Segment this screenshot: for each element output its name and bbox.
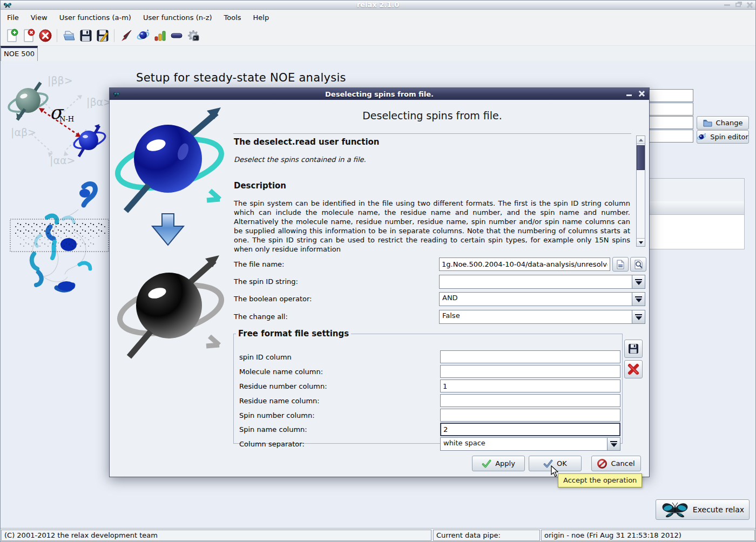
menu-user-functions-nz[interactable]: User functions (n-z) xyxy=(137,10,218,26)
apply-button[interactable]: Apply xyxy=(472,456,525,471)
residue-name-column-input[interactable] xyxy=(440,394,620,407)
apply-button-label: Apply xyxy=(495,459,515,468)
description-scrollbar[interactable] xyxy=(636,136,645,247)
folder-icon xyxy=(703,119,712,127)
butterfly-icon xyxy=(661,502,689,518)
molecule-name-column-label: Molecule name column: xyxy=(239,365,323,378)
function-title: The deselect.read user function xyxy=(234,137,380,147)
level-aa-label: |αα> xyxy=(50,154,75,167)
divider xyxy=(233,133,631,134)
spin-id-dropdown-icon[interactable] xyxy=(632,275,645,288)
file-name-input[interactable] xyxy=(439,258,610,271)
boolean-operator-value: AND xyxy=(440,293,632,306)
boolean-operator-label: The boolean operator: xyxy=(234,292,312,306)
column-separator-combo[interactable]: white space xyxy=(440,437,620,451)
dialog-minimize-icon[interactable] xyxy=(626,94,632,96)
column-separator-dropdown-icon[interactable] xyxy=(607,438,620,450)
free-format-save-button[interactable] xyxy=(624,340,643,358)
dialog-titlebar[interactable]: Deselecting spins from file. xyxy=(110,88,649,100)
window-titlebar[interactable]: relax 2.1.0 xyxy=(0,0,756,10)
protein-structure-image xyxy=(3,177,119,301)
tab-noe-500[interactable]: NOE 500 xyxy=(1,46,38,61)
scrollbar-thumb[interactable] xyxy=(637,145,645,170)
residue-number-column-input[interactable] xyxy=(440,380,620,392)
close-analysis-icon[interactable] xyxy=(20,28,37,44)
level-ba-label: |βα> xyxy=(86,96,112,109)
exit-icon[interactable] xyxy=(37,28,53,44)
spin-viewer-icon[interactable] xyxy=(134,28,151,44)
noe-energy-diagram: |ββ> |βα> |αβ> |αα> σ N-H xyxy=(0,65,127,175)
minimize-icon[interactable] xyxy=(724,4,730,6)
relax-mode-icon[interactable] xyxy=(118,28,134,44)
pipe-editor-icon[interactable] xyxy=(168,28,185,44)
change-all-combo[interactable]: False xyxy=(439,310,645,324)
execute-relax-label: Execute relax xyxy=(693,505,744,514)
file-preview-button[interactable] xyxy=(630,257,646,272)
save-state-icon[interactable] xyxy=(77,28,94,44)
save-as-icon[interactable] xyxy=(94,28,111,44)
level-ab-label: |αβ> xyxy=(11,126,36,139)
maximize-icon[interactable] xyxy=(735,3,741,7)
dialog-close-icon[interactable] xyxy=(638,90,645,97)
cancel-button[interactable]: Cancel xyxy=(591,456,641,471)
tabstrip: NOE 500 xyxy=(0,46,756,61)
status-pipe-value: origin - noe (Fri Aug 31 21:53:18 2012) xyxy=(541,530,755,541)
page-title: Setup for steady-state NOE analysis xyxy=(136,71,346,84)
file-open-button[interactable] xyxy=(612,257,629,272)
save-icon xyxy=(627,343,639,355)
spin-id-column-input[interactable] xyxy=(440,350,620,363)
spin-number-column-label: Spin number column: xyxy=(239,409,315,422)
spin-icon xyxy=(697,133,706,141)
toolbar-separator xyxy=(57,29,57,42)
column-separator-value: white space xyxy=(441,438,607,450)
menu-user-functions-am[interactable]: User functions (a-m) xyxy=(53,10,137,26)
green-check-icon xyxy=(482,459,491,468)
menu-help[interactable]: Help xyxy=(247,10,275,26)
open-state-icon[interactable] xyxy=(60,28,77,44)
file-icon xyxy=(616,260,625,269)
sigma-sub-label: N-H xyxy=(59,115,74,123)
window-title: relax 2.1.0 xyxy=(0,1,756,9)
new-analysis-icon[interactable] xyxy=(3,28,20,44)
scroll-up-icon[interactable] xyxy=(637,136,645,144)
relax-app-icon xyxy=(3,2,12,8)
boolean-operator-combo[interactable]: AND xyxy=(439,292,645,306)
toolbar xyxy=(0,26,756,46)
red-x-icon xyxy=(627,363,640,376)
deselect-read-dialog: Deselecting spins from file. Deselecting… xyxy=(109,87,650,477)
column-separator-label: Column separator: xyxy=(239,437,305,451)
molecule-name-column-input[interactable] xyxy=(440,365,620,378)
free-format-fieldset: Free format file settings spin ID column… xyxy=(233,329,623,444)
spin-id-label: The spin ID string: xyxy=(234,275,298,288)
close-icon[interactable] xyxy=(746,2,753,8)
spin-editor-button[interactable]: Spin editor xyxy=(697,130,749,144)
menu-tools[interactable]: Tools xyxy=(218,10,247,26)
spin-editor-button-label: Spin editor xyxy=(710,133,748,141)
menu-file[interactable]: File xyxy=(1,10,25,26)
spin-name-column-input[interactable] xyxy=(440,423,620,436)
relax-prompt-icon[interactable] xyxy=(185,28,201,44)
scroll-down-icon[interactable] xyxy=(637,238,645,246)
deselected-spin-graphic xyxy=(115,255,226,357)
change-all-dropdown-icon[interactable] xyxy=(632,310,645,323)
spin-number-column-input[interactable] xyxy=(440,409,620,422)
dialog-relax-icon xyxy=(113,91,120,97)
mouse-cursor xyxy=(551,465,559,477)
spin-id-combo[interactable] xyxy=(439,275,645,289)
free-format-reset-button[interactable] xyxy=(624,360,643,378)
statusbar: (C) 2001-2012 the relax development team… xyxy=(0,528,756,542)
cancel-icon xyxy=(597,459,607,469)
execute-relax-button[interactable]: Execute relax xyxy=(656,499,750,520)
change-button[interactable]: Change xyxy=(697,116,749,130)
app-window: { "window": { "title": "relax 2.1.0" }, … xyxy=(0,0,756,542)
menu-view[interactable]: View xyxy=(25,10,53,26)
results-viewer-icon[interactable] xyxy=(151,28,168,44)
transform-arrow xyxy=(152,214,184,245)
residue-name-column-label: Residue name column: xyxy=(239,394,320,408)
residue-number-column-label: Residue number column: xyxy=(239,380,327,393)
magnifier-icon xyxy=(634,260,643,269)
spin-id-column-label: spin ID column xyxy=(239,350,292,364)
ok-tooltip: Accept the operation xyxy=(558,473,642,487)
boolean-operator-dropdown-icon[interactable] xyxy=(632,293,645,306)
status-pipe-label: Current data pipe: xyxy=(433,530,540,541)
